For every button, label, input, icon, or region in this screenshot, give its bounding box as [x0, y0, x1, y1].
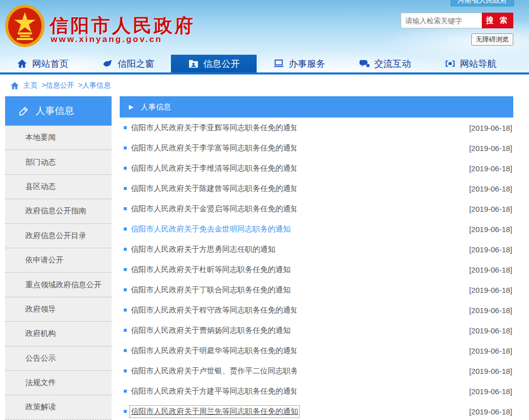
bullet-square-icon — [124, 268, 127, 271]
article-row: 信阳市人民政府关于免去金世明同志职务的通知 [2019-06-18] — [120, 219, 513, 239]
section-header: ▶ 人事信息 — [120, 96, 513, 118]
sidebar-item[interactable]: 本地要闻 — [5, 126, 112, 150]
sitemap-icon — [445, 58, 455, 69]
sidebar-item-label: 政府机构 — [25, 329, 56, 338]
bullet-square-icon — [124, 349, 127, 352]
article-date: [2019-06-18] — [469, 124, 512, 132]
home-icon — [17, 58, 27, 69]
site-header: 信阳市人民政府 www.xinyang.gov.cn 河南省人民政府 搜 索 无… — [0, 0, 529, 74]
sidebar-item[interactable]: 政府领导 — [5, 297, 112, 322]
breadcrumb-level1[interactable]: >信息公开 — [42, 81, 74, 90]
article-row: 信阳市人民政府关于陈建曾等同志职务任免的通知 [2019-06-18] — [120, 178, 513, 199]
article-row: 信阳市人民政府关于李学富等同志职务任免的通知 [2019-06-18] — [120, 138, 513, 158]
article-link[interactable]: 信阳市人民政府关于金贤启等同志职务任免的通知 — [131, 204, 297, 214]
nav-item-label: 信阳之窗 — [118, 58, 154, 70]
sidebar-item[interactable]: 公告公示 — [5, 347, 112, 371]
chat-bubbles-icon — [359, 58, 370, 69]
article-link[interactable]: 信阳市人民政府关于李亚辉等同志职务任免的通知 — [131, 123, 297, 133]
nav-item-label: 信息公开 — [203, 58, 240, 70]
article-date: [2019-06-18] — [469, 326, 512, 335]
article-link[interactable]: 信阳市人民政府关于方思勇同志任职的通知 — [131, 245, 297, 254]
article-date: [2019-06-18] — [469, 286, 512, 294]
nav-item-window[interactable]: 信阳之窗 — [86, 55, 171, 72]
bullet-square-icon — [124, 248, 127, 251]
sidebar-item[interactable]: 部门动态 — [5, 150, 112, 174]
article-date: [2019-06-18] — [469, 144, 512, 152]
sidebar-menu: 本地要闻 部门动态 县区动态 政府信息公开指南 政府信息公开目录 — [5, 126, 112, 420]
sidebar-item[interactable]: 重点领域政府信息公开 — [5, 273, 112, 297]
bullet-square-icon — [124, 410, 127, 413]
sidebar-item-label: 公告公示 — [25, 354, 56, 363]
article-link[interactable]: 信阳市人民政府关于免去金世明同志职务的通知 — [131, 224, 297, 234]
search-bar: 搜 索 — [401, 13, 513, 28]
article-row: 信阳市人民政府关于杜昕等同志职务任免的通知 [2019-06-18] — [120, 259, 513, 280]
sidebar-item-label: 重点领域政府信息公开 — [25, 280, 101, 290]
article-link[interactable]: 信阳市人民政府关于李维清等同志职务任免的通知 — [131, 164, 297, 173]
search-button[interactable]: 搜 索 — [482, 13, 513, 28]
breadcrumb: 主页 >信息公开 >人事信息 — [0, 74, 529, 96]
sidebar-title-label: 人事信息 — [36, 104, 74, 118]
bullet-square-icon — [124, 227, 127, 231]
article-date: [2019-06-18] — [469, 387, 512, 396]
accessibility-button[interactable]: 无障碍浏览 — [471, 33, 513, 46]
article-row: 信阳市人民政府关于程守政等同志职务任免的通知 [2019-06-18] — [120, 300, 513, 320]
article-link[interactable]: 信阳市人民政府关于卢世银、贾作平二位同志职务任免的通知 — [131, 366, 297, 376]
laptop-icon — [273, 58, 284, 69]
article-date: [2019-06-18] — [469, 407, 512, 416]
sidebar: 人事信息 本地要闻 部门动态 县区动态 政府信息公开指南 — [5, 96, 112, 420]
article-link[interactable]: 信阳市人民政府关于李学富等同志职务任免的通知 — [131, 143, 297, 153]
sidebar-item[interactable]: 依申请公开 — [5, 248, 112, 273]
article-row: 信阳市人民政府关于卢世银、贾作平二位同志职务任免的通知 [2019-06-18] — [120, 361, 513, 381]
nav-item-services[interactable]: 办事服务 — [257, 55, 342, 72]
article-link[interactable]: 信阳市人民政府关于曹炳扬同志职务任免的通知 — [131, 326, 297, 335]
article-date: [2019-06-18] — [469, 225, 512, 234]
article-link[interactable]: 信阳市人民政府关于杜昕等同志职务任免的通知 — [131, 265, 297, 275]
article-date: [2019-06-18] — [469, 347, 512, 355]
article-row: 信阳市人民政府关于曹炳扬同志职务任免的通知 [2019-06-18] — [120, 320, 513, 340]
article-row: 信阳市人民政府关于李维清等同志职务任免的通知 [2019-06-18] — [120, 158, 513, 178]
national-emblem-logo[interactable] — [4, 4, 46, 48]
sidebar-item[interactable]: 县区动态 — [5, 175, 112, 199]
bullet-square-icon — [124, 187, 127, 190]
sidebar-item-label: 依申请公开 — [25, 255, 63, 265]
article-link[interactable]: 信阳市人民政府关于丁联合同志职务任免的通知 — [131, 285, 297, 295]
sidebar-item[interactable]: 法规文件 — [5, 371, 112, 395]
site-url: www.xinyang.gov.cn — [51, 34, 162, 45]
search-input[interactable] — [401, 13, 482, 28]
content-area: 人事信息 本地要闻 部门动态 县区动态 政府信息公开指南 — [0, 96, 529, 420]
dove-icon — [102, 58, 113, 69]
section-title: 人事信息 — [140, 102, 171, 112]
nav-item-sitemap[interactable]: 网站导航 — [428, 55, 513, 72]
nav-item-label: 网站导航 — [460, 58, 497, 70]
breadcrumb-home[interactable]: 主页 — [23, 81, 38, 90]
bullet-square-icon — [124, 167, 127, 170]
folder-user-icon — [188, 58, 199, 69]
bullet-square-icon — [124, 390, 127, 393]
sidebar-item[interactable]: 政府信息公开指南 — [5, 199, 112, 223]
article-row: 信阳市人民政府关于丁联合同志职务任免的通知 [2019-06-18] — [120, 280, 513, 300]
article-link[interactable]: 信阳市人民政府关于周兰先等同志职务任免的通知 — [131, 407, 298, 416]
sidebar-item[interactable]: 政府机构 — [5, 322, 112, 346]
article-date: [2019-06-18] — [469, 205, 512, 213]
sidebar-item[interactable]: 政策解读 — [5, 395, 112, 419]
nav-item-home[interactable]: 网站首页 — [0, 55, 86, 72]
article-link[interactable]: 信阳市人民政府关于程守政等同志职务任免的通知 — [131, 306, 297, 315]
home-icon — [10, 81, 19, 90]
bullet-square-icon — [124, 309, 127, 312]
bullet-square-icon — [124, 329, 127, 332]
henan-gov-link[interactable]: 河南省人民政府 — [450, 0, 515, 7]
nav-item-info-disclosure[interactable]: 信息公开 — [171, 55, 257, 72]
nav-item-interaction[interactable]: 交流互动 — [342, 55, 428, 72]
breadcrumb-level2[interactable]: >人事信息 — [78, 81, 111, 90]
sidebar-item-label: 政府领导 — [25, 304, 56, 314]
article-date: [2019-06-18] — [469, 367, 512, 375]
bullet-square-icon — [124, 369, 127, 372]
sidebar-item[interactable]: 政府信息公开目录 — [5, 224, 112, 248]
article-link[interactable]: 信阳市人民政府关于明庭华等同志职务任免的通知 — [131, 346, 297, 356]
bullet-square-icon — [124, 146, 127, 149]
article-link[interactable]: 信阳市人民政府关于陈建曾等同志职务任免的通知 — [131, 184, 297, 194]
article-list: 信阳市人民政府关于李亚辉等同志职务任免的通知 [2019-06-18] 信阳市人… — [120, 118, 513, 420]
article-link[interactable]: 信阳市人民政府关于方建平等同志职务任免的通知 — [131, 387, 297, 396]
nav-item-label: 网站首页 — [32, 58, 68, 70]
nav-item-label: 交流互动 — [374, 58, 411, 70]
